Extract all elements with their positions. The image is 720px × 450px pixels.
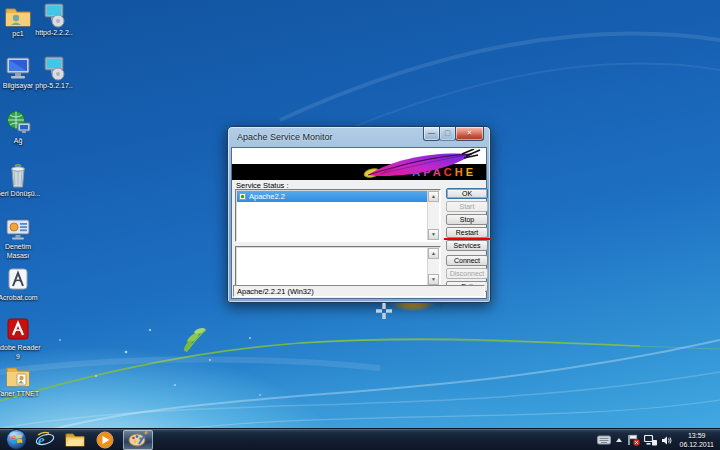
window-title: Apache Service Monitor bbox=[237, 132, 333, 142]
clock-time: 13:59 bbox=[679, 431, 714, 440]
desktop-icon-label: Taner TTNET bbox=[0, 390, 42, 399]
wallpaper-leaf-sprig bbox=[183, 327, 207, 352]
action-center-flag-icon[interactable] bbox=[627, 434, 640, 446]
ok-button[interactable]: OK bbox=[446, 188, 488, 199]
window-status-bar: Apache/2.2.21 (Win32) bbox=[233, 285, 485, 297]
scroll-up-icon[interactable]: ▲ bbox=[428, 191, 439, 202]
desktop-icon-label: httpd-2.2.2.. bbox=[30, 29, 78, 38]
desktop-icon-recycle-bin[interactable]: Geri Dönüşü... bbox=[0, 163, 42, 199]
close-button[interactable]: ✕ bbox=[455, 127, 484, 141]
control-panel-icon bbox=[3, 216, 33, 242]
start-button: Start bbox=[446, 201, 488, 212]
volume-icon[interactable] bbox=[661, 435, 673, 446]
connect-button[interactable]: Connect bbox=[446, 255, 488, 266]
desktop-icon-label: Denetim Masası bbox=[0, 243, 42, 261]
minimize-button[interactable]: — bbox=[423, 127, 440, 141]
acrobat-icon bbox=[3, 267, 33, 293]
desktop-icon-label: Acrobat.com bbox=[0, 294, 42, 303]
caption-buttons: — ▢ ✕ bbox=[424, 127, 484, 141]
scroll-down-icon[interactable]: ▼ bbox=[428, 274, 439, 285]
service-name: Apache2.2 bbox=[249, 191, 285, 202]
desktop-icon-php-installer[interactable]: php-5.2.17.. bbox=[30, 55, 78, 91]
restart-button[interactable]: Restart bbox=[446, 227, 488, 238]
desktop-icon-label: Adobe Reader 9 bbox=[0, 344, 42, 362]
window-content: APACHE Service Status : Apache2.2 ▲ ▼ bbox=[231, 147, 487, 299]
stop-button[interactable]: Stop bbox=[446, 214, 488, 225]
service-status-list[interactable]: Apache2.2 ▲ ▼ bbox=[235, 189, 441, 242]
system-tray[interactable]: 13:59 06.12.2011 bbox=[593, 429, 717, 450]
network-globe-icon bbox=[3, 110, 33, 136]
windows-start-icon bbox=[6, 429, 27, 450]
language-keyboard-icon[interactable] bbox=[597, 435, 611, 445]
service-list-scrollbar[interactable]: ▲ ▼ bbox=[427, 191, 439, 240]
desktop-icon-ag[interactable]: Ağ bbox=[0, 110, 42, 146]
tray-clock[interactable]: 13:59 06.12.2011 bbox=[679, 431, 714, 450]
taskbar[interactable]: e bbox=[0, 428, 720, 450]
paint-icon bbox=[128, 431, 148, 448]
desktop-icon-taner-ttnet[interactable]: Taner TTNET bbox=[0, 363, 42, 399]
show-hidden-icons-chevron[interactable] bbox=[615, 437, 623, 443]
desktop-icon-label: Ağ bbox=[0, 137, 42, 146]
media-player-icon bbox=[96, 431, 114, 449]
taskbar-item-internet-explorer[interactable]: e bbox=[33, 430, 57, 450]
log-list[interactable]: ▲ ▼ bbox=[235, 246, 441, 287]
internet-explorer-icon: e bbox=[35, 431, 55, 449]
computer-icon bbox=[3, 55, 33, 81]
shared-folder-icon bbox=[3, 3, 33, 29]
maximize-button: ▢ bbox=[439, 127, 456, 141]
taskbar-item-paint-active[interactable] bbox=[123, 430, 153, 450]
start-button[interactable] bbox=[6, 429, 27, 450]
taskbar-item-media-player[interactable] bbox=[93, 430, 117, 450]
recycle-bin-icon bbox=[3, 163, 33, 189]
adobe-reader-icon bbox=[3, 317, 33, 343]
desktop-icon-label: php-5.2.17.. bbox=[30, 82, 78, 91]
network-icon[interactable] bbox=[644, 435, 657, 446]
desktop-icon-acrobat-com[interactable]: Acrobat.com bbox=[0, 267, 42, 303]
window-titlebar[interactable]: Apache Service Monitor — ▢ ✕ bbox=[228, 127, 490, 147]
clock-date: 06.12.2011 bbox=[679, 440, 714, 449]
log-list-scrollbar[interactable]: ▲ ▼ bbox=[427, 248, 439, 285]
services-button[interactable]: Services bbox=[446, 240, 488, 251]
apache-feather-icon bbox=[354, 149, 482, 180]
installer-icon bbox=[39, 2, 69, 28]
taskbar-item-windows-explorer[interactable] bbox=[63, 430, 87, 450]
apache-service-monitor-window[interactable]: Apache Service Monitor — ▢ ✕ APACHE Serv… bbox=[227, 126, 491, 303]
desktop-icon-control-panel[interactable]: Denetim Masası bbox=[0, 216, 42, 261]
folder-explorer-icon bbox=[65, 431, 85, 448]
desktop-icon-label: Geri Dönüşü... bbox=[0, 190, 42, 199]
service-row-apache22[interactable]: Apache2.2 bbox=[237, 191, 427, 202]
disconnect-button: Disconnect bbox=[446, 268, 488, 279]
desktop-icon-httpd-installer[interactable]: httpd-2.2.2.. bbox=[30, 2, 78, 38]
installer-icon bbox=[39, 55, 69, 81]
scroll-down-icon[interactable]: ▼ bbox=[428, 229, 439, 240]
desktop-icon-adobe-reader[interactable]: Adobe Reader 9 bbox=[0, 317, 42, 362]
scroll-up-icon[interactable]: ▲ bbox=[428, 248, 439, 259]
service-running-icon bbox=[239, 193, 246, 200]
image-folder-icon bbox=[3, 363, 33, 389]
